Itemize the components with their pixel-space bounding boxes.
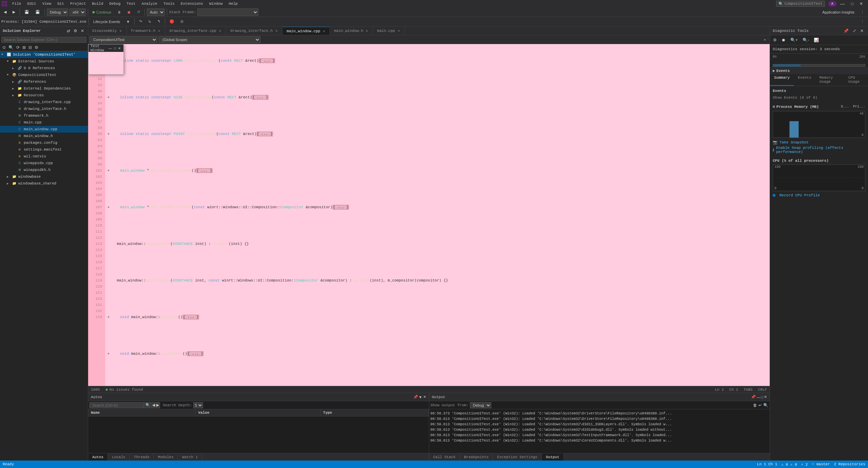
diag-zoom-in-btn[interactable]: 🔍+ (789, 37, 800, 43)
tab-drawing-cpp[interactable]: drawing_interface.cpp ✕ (165, 27, 226, 35)
diag-record-btn[interactable]: ⏺ (780, 37, 787, 43)
code-editor[interactable]: Test Window — □ ✕ 23 32 33 37 38 42 43 (88, 44, 770, 386)
diag-zoom-out-btn[interactable]: 🔍- (801, 37, 811, 43)
tab-disassembly-close[interactable]: ✕ (119, 29, 122, 33)
take-snapshot-action[interactable]: 📷 Take Snapshot (773, 139, 865, 145)
test-window-minimize[interactable]: — (108, 46, 113, 50)
autos-dropdown-btn[interactable]: ▼ (419, 395, 422, 399)
diag-tab-cpu[interactable]: CPU Usage (844, 74, 868, 86)
bp-toggle-btn[interactable]: 🔴 (167, 18, 177, 25)
menu-tools[interactable]: Tools (161, 1, 177, 6)
se-toolbar-2[interactable]: 🔍 (7, 45, 15, 50)
autos-close-btn[interactable]: ✕ (423, 395, 426, 399)
minimize-btn[interactable]: — (838, 0, 847, 7)
tab-output[interactable]: Output (542, 453, 564, 461)
diag-close-btn[interactable]: ✕ (859, 27, 865, 34)
output-clear-btn[interactable]: 🗑 (753, 403, 757, 408)
status-git-branch[interactable]: ⑂ master (812, 462, 830, 466)
ai-insights-btn[interactable]: Application Insights (820, 8, 857, 16)
diag-pin-btn[interactable]: 📌 (842, 27, 850, 34)
tab-breakpoints[interactable]: Breakpoints (460, 453, 493, 461)
diag-tab-events[interactable]: Events (794, 74, 815, 86)
tree-settings-manifest[interactable]: ⚙ settings.manifest (0, 146, 88, 153)
tab-main-cpp[interactable]: main.cpp ✕ (373, 27, 405, 35)
output-close-btn[interactable]: ✕ (764, 395, 767, 399)
tree-project[interactable]: ▼ 📦 CompositionUITest (0, 72, 88, 78)
code-content[interactable]: ▶ inline static constexpr LONG width_fro… (105, 44, 770, 386)
tree-framework-h[interactable]: H framework.h (0, 112, 88, 119)
autos-search-input[interactable] (90, 402, 144, 408)
lifecycle-btn[interactable]: Lifecycle Events (91, 18, 122, 25)
se-toolbar-5[interactable]: ⊟ (27, 45, 33, 50)
solution-search-input[interactable] (1, 37, 86, 43)
diag-settings-btn[interactable]: ⚙ (771, 37, 778, 43)
maximize-btn[interactable]: □ (849, 0, 856, 7)
tab-threads[interactable]: Threads (130, 453, 154, 461)
output-find-btn[interactable]: 🔍 (763, 403, 768, 408)
se-close-btn[interactable]: ✕ (80, 28, 85, 34)
close-btn[interactable]: ✕ (857, 0, 865, 7)
tab-autos[interactable]: Autos (88, 453, 108, 461)
tab-framework-h-close[interactable]: ✕ (157, 29, 161, 33)
menu-test[interactable]: Test (124, 1, 138, 6)
heap-profiling-action[interactable]: ℹ Enable heap profiling (affects perform… (773, 145, 865, 155)
se-toolbar-4[interactable]: ⊞ (21, 45, 27, 50)
save-all-btn[interactable]: 💾 (33, 8, 42, 16)
tree-packages-config[interactable]: ⚙ packages.config (0, 139, 88, 146)
pause-btn[interactable]: ⏸ (115, 8, 123, 16)
se-sync-btn[interactable]: ⇄ (66, 28, 71, 34)
tab-modules[interactable]: Modules (154, 453, 178, 461)
step-over-btn[interactable]: ↷ (137, 18, 144, 25)
step-out-btn[interactable]: ↰ (155, 18, 163, 25)
bp-manage-btn[interactable]: ⊙ (178, 18, 186, 25)
tab-exception-settings[interactable]: Exception Settings (493, 453, 542, 461)
forward-btn[interactable]: ▶ (10, 8, 18, 16)
diag-bar-chart-btn[interactable]: 📊 (812, 37, 821, 43)
tab-main-window-h[interactable]: main_window.h ✕ (330, 27, 373, 35)
zoom-level[interactable]: 100% (91, 388, 100, 392)
tab-watch1[interactable]: Watch 1 (178, 453, 202, 461)
diag-tab-summary[interactable]: Summary (770, 74, 794, 86)
menu-edit[interactable]: Edit (24, 1, 39, 6)
tree-solution[interactable]: ▼ ⬜ Solution 'CompositionUITest' (0, 51, 88, 58)
lifecycle-dropdown[interactable]: ▼ (124, 18, 132, 25)
se-toolbar-6[interactable]: ⚙ (34, 45, 39, 50)
tree-main-window-h[interactable]: H main_window.h (0, 133, 88, 139)
menu-file[interactable]: File (9, 1, 24, 6)
autos-pin-btn[interactable]: 📌 (413, 395, 418, 399)
tab-main-window-h-close[interactable]: ✕ (365, 29, 369, 33)
menu-project[interactable]: Project (67, 1, 88, 6)
user-avatar[interactable]: A (828, 1, 836, 6)
tab-disassembly[interactable]: Disassembly ✕ (88, 27, 127, 35)
tab-drawing-cpp-close[interactable]: ✕ (218, 29, 222, 33)
tree-main-cpp[interactable]: C main.cpp (0, 119, 88, 126)
autos-search-next[interactable]: ▶ (156, 403, 160, 407)
tab-framework-h[interactable]: framework.h ✕ (127, 27, 165, 35)
tab-main-window-cpp[interactable]: main_window.cpp ✕ (282, 27, 330, 35)
attach-select[interactable]: Auto (147, 8, 165, 16)
events-show-label[interactable]: Show Events (0 of 0) (773, 95, 865, 100)
menu-help[interactable]: Help (226, 1, 240, 6)
menu-view[interactable]: View (40, 1, 54, 6)
menu-window[interactable]: Window (206, 1, 225, 6)
tab-main-cpp-close[interactable]: ✕ (397, 29, 400, 33)
scope-select-2[interactable]: (Global Scope) (159, 36, 260, 43)
menu-build[interactable]: Build (89, 1, 106, 6)
restart-btn[interactable]: ↺ (135, 8, 142, 16)
step-in-btn[interactable]: ↳ (146, 18, 154, 25)
record-cpu-action[interactable]: Record CPU Profile (773, 193, 865, 198)
output-maximize-btn[interactable]: □ (761, 395, 763, 399)
tree-references[interactable]: ▶ 🔗 References (0, 78, 88, 85)
menu-debug[interactable]: Debug (106, 1, 123, 6)
test-window-maximize[interactable]: □ (113, 46, 117, 50)
se-toolbar-1[interactable]: ⊙ (1, 45, 7, 50)
output-pin-btn[interactable]: 📌 (751, 395, 756, 399)
tree-resources[interactable]: ▶ 📁 Resources (0, 92, 88, 99)
tree-wil-natvis[interactable]: ⚙ wil.natvis (0, 153, 88, 160)
editor-expand-btn[interactable]: + (762, 36, 768, 43)
tab-drawing-h[interactable]: drawing_interface.h ✕ (226, 27, 282, 35)
status-repos[interactable]: 2 Repositories (834, 462, 865, 466)
tab-call-stack[interactable]: Call Stack (429, 453, 460, 461)
stack-frame-select[interactable] (197, 8, 258, 16)
menu-git[interactable]: Git (55, 1, 67, 6)
